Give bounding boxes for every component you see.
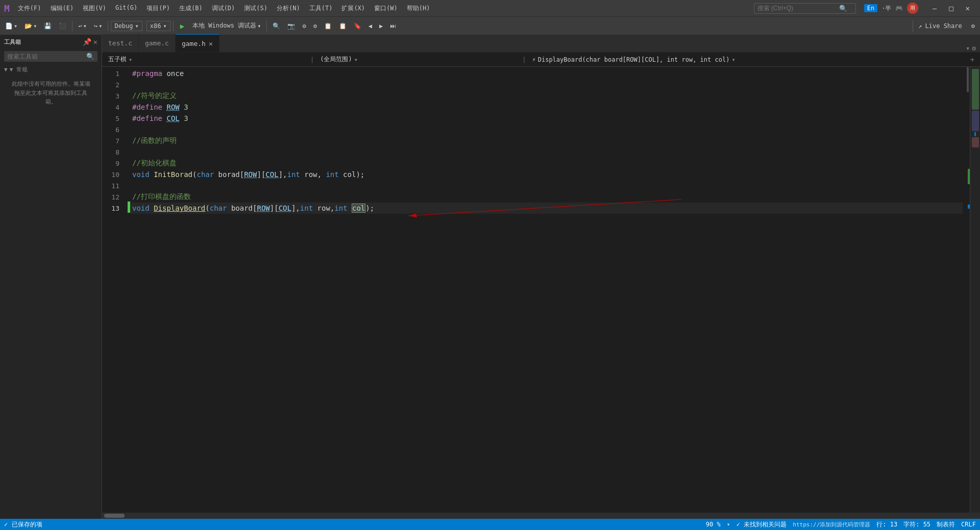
add-editor-btn[interactable]: ＋ bbox=[967, 54, 978, 65]
t-sp3-13: row, bbox=[313, 204, 334, 212]
token-space-5 bbox=[162, 114, 166, 122]
tab-overflow-icon[interactable]: ▾ bbox=[966, 44, 970, 52]
new-file-btn[interactable]: 📄 ▾ bbox=[2, 21, 20, 31]
save-all-btn[interactable]: ⬛ bbox=[56, 21, 69, 31]
tool4[interactable]: 📋 bbox=[336, 21, 350, 31]
user-avatar[interactable]: 用 bbox=[907, 3, 918, 14]
menu-bar: 文件(F) 编辑(E) 视图(V) Git(G) 项目(P) 生成(B) 调试(… bbox=[14, 3, 434, 14]
settings-icon[interactable]: ⚙ bbox=[972, 44, 976, 52]
scroll-thumb[interactable] bbox=[967, 67, 969, 92]
scrollbar[interactable] bbox=[963, 67, 970, 513]
zoom-chevron[interactable]: ▾ bbox=[727, 521, 730, 528]
menu-build[interactable]: 生成(B) bbox=[175, 3, 207, 14]
toolbar: 📄 ▾ 📂 ▾ 💾 ⬛ ↩ ▾ ↪ ▾ Debug ▾ x86 ▾ ▶ 本地 W… bbox=[0, 16, 980, 35]
tab-game-c[interactable]: game.c bbox=[139, 34, 176, 52]
tab-game-h[interactable]: game.h ✕ bbox=[176, 34, 219, 52]
menu-tools[interactable]: 工具(T) bbox=[305, 3, 337, 14]
arch-dropdown[interactable]: x86 ▾ bbox=[146, 21, 170, 31]
close-sidebar-icon[interactable]: ✕ bbox=[93, 38, 97, 46]
status-bar-right: 90 % ▾ ✓ 未找到相关问题 https://添加到源代码管理器 行: 13… bbox=[706, 520, 976, 529]
undo-btn[interactable]: ↩ ▾ bbox=[75, 21, 89, 31]
dropdown-arrow4: ▾ bbox=[99, 22, 102, 30]
token-comment-7: //函数的声明 bbox=[132, 136, 177, 145]
search-icon: 🔍 bbox=[839, 5, 847, 12]
token-row-10: ROW bbox=[244, 170, 257, 179]
menu-window[interactable]: 窗口(W) bbox=[370, 3, 402, 14]
run-button[interactable]: ▶ bbox=[176, 21, 188, 31]
sidebar-search-box[interactable]: 🔍 bbox=[4, 51, 97, 62]
undo-icon: ↩ bbox=[78, 22, 82, 30]
open-btn[interactable]: 📂 ▾ bbox=[21, 21, 40, 31]
global-scope-selector[interactable]: (全局范围) ▾ bbox=[316, 54, 520, 65]
global-scope-chevron: ▾ bbox=[354, 56, 358, 63]
live-share-button[interactable]: ↗ Live Share bbox=[913, 20, 967, 32]
menu-debug[interactable]: 调试(D) bbox=[208, 3, 239, 14]
settings-btn[interactable]: ⚙ bbox=[968, 21, 978, 31]
sidebar-section-general[interactable]: ▼ ▼ 常规 bbox=[0, 64, 102, 75]
menu-extensions[interactable]: 扩展(X) bbox=[337, 3, 369, 14]
new-icon: 📄 bbox=[5, 22, 13, 30]
nav-next[interactable]: ▶ bbox=[376, 21, 386, 31]
open-icon: 📂 bbox=[24, 22, 32, 30]
editor-area: test.c game.c game.h ✕ ▾ ⚙ 五子棋 ▾ | (全 bbox=[102, 35, 980, 519]
global-scope-label: (全局范围) bbox=[320, 55, 352, 64]
t-sp-10 bbox=[150, 170, 154, 179]
sidebar-search-icon: 🔍 bbox=[86, 53, 94, 60]
line-info[interactable]: 行: 13 bbox=[876, 520, 897, 529]
zoom-level[interactable]: 90 % bbox=[706, 521, 721, 528]
encoding-info[interactable]: CRLF bbox=[961, 521, 976, 528]
function-selector[interactable]: ⚡ DisplayBoard(char board[ROW][COL], int… bbox=[528, 55, 967, 64]
minimize-button[interactable]: — bbox=[926, 2, 943, 14]
token-preproc-1: #pragma bbox=[132, 69, 162, 78]
t-sp2-13: board[ bbox=[227, 204, 257, 212]
tab-label-game-c: game.c bbox=[145, 39, 169, 47]
sidebar-empty-text: 此组中没有可用的控件。将某项 拖至此文本可将其添加到工具 箱。 bbox=[0, 75, 102, 111]
menu-project[interactable]: 项目(P) bbox=[142, 3, 174, 14]
close-button[interactable]: ✕ bbox=[960, 2, 976, 14]
nav-end[interactable]: ⏭ bbox=[387, 21, 399, 31]
save-btn[interactable]: 💾 bbox=[41, 21, 55, 31]
menu-analyze[interactable]: 分析(N) bbox=[273, 3, 304, 14]
camera-icon: 📷 bbox=[287, 22, 295, 30]
line-num-4: 4 bbox=[102, 102, 124, 113]
pin-icon[interactable]: 📌 bbox=[83, 38, 91, 46]
t-br-13: ][ bbox=[270, 204, 279, 212]
char-info[interactable]: 字符: 55 bbox=[903, 520, 930, 529]
menu-view[interactable]: 视图(V) bbox=[79, 3, 110, 14]
tool2[interactable]: ⚙ bbox=[310, 21, 320, 31]
run-with-label-btn[interactable]: 本地 Windows 调试器 ▾ bbox=[189, 20, 264, 31]
menu-git[interactable]: Git(G) bbox=[111, 3, 141, 14]
tool3[interactable]: 📋 bbox=[321, 21, 335, 31]
debug-config-dropdown[interactable]: Debug ▾ bbox=[111, 21, 142, 31]
token-num-5: 3 bbox=[184, 114, 188, 122]
menu-edit[interactable]: 编辑(E) bbox=[46, 3, 78, 14]
menu-help[interactable]: 帮助(H) bbox=[403, 3, 434, 14]
chevron-down-icon: ▾ bbox=[135, 22, 139, 30]
line-num-8: 8 bbox=[102, 146, 124, 158]
maximize-button[interactable]: □ bbox=[943, 2, 959, 14]
nav-prev[interactable]: ◀ bbox=[365, 21, 375, 31]
redo-btn[interactable]: ↪ ▾ bbox=[91, 21, 105, 31]
snapshot-btn[interactable]: 📷 bbox=[284, 21, 298, 31]
scope-selector[interactable]: 五子棋 ▾ bbox=[104, 54, 308, 65]
live-share-label: Live Share bbox=[925, 22, 962, 30]
menu-test[interactable]: 测试(S) bbox=[240, 3, 272, 14]
search-toolbar-btn[interactable]: 🔍 bbox=[270, 21, 283, 31]
tab-test-c[interactable]: test.c bbox=[102, 34, 139, 52]
bookmark-btn[interactable]: 🔖 bbox=[351, 21, 364, 31]
no-issues[interactable]: ✓ 未找到相关问题 bbox=[737, 520, 787, 529]
token-row-13: ROW bbox=[257, 204, 270, 212]
indent-info[interactable]: 制表符 bbox=[937, 520, 955, 529]
breadcrumb-sep: | bbox=[308, 56, 316, 63]
h-scroll-thumb[interactable] bbox=[104, 514, 125, 518]
code-content[interactable]: #pragma once //符号的定义 #define ROW 3 #defi… bbox=[130, 67, 963, 513]
menu-file[interactable]: 文件(F) bbox=[14, 3, 45, 14]
sidebar-search-input[interactable] bbox=[7, 53, 86, 60]
title-search-box[interactable]: 🔍 bbox=[754, 3, 856, 14]
horizontal-scrollbar[interactable] bbox=[102, 513, 980, 519]
title-search-input[interactable] bbox=[757, 5, 839, 12]
tool1[interactable]: ⚙ bbox=[299, 21, 309, 31]
url-hint[interactable]: https://添加到源代码管理器 bbox=[793, 521, 870, 528]
t-br2-13: ], bbox=[291, 204, 300, 212]
t-br2-10: ], bbox=[279, 170, 287, 179]
